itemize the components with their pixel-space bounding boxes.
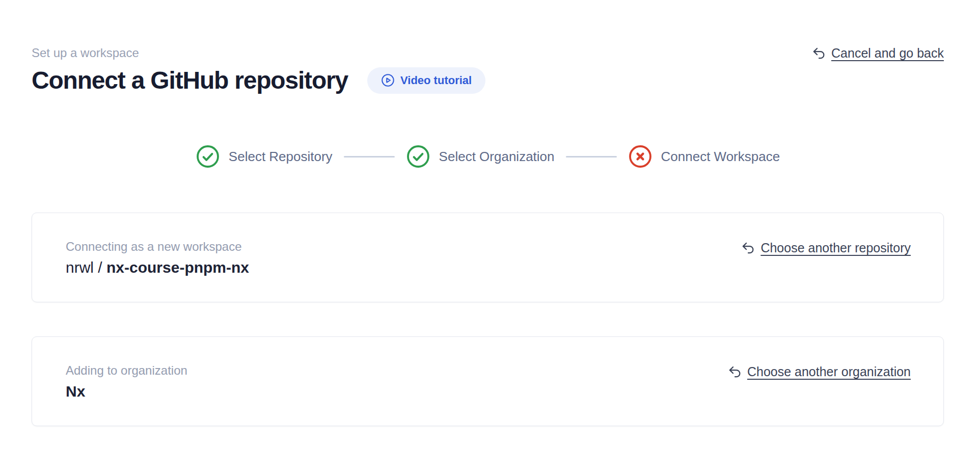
choose-another-repository-label: Choose another repository (760, 241, 911, 255)
choose-another-organization-link[interactable]: Choose another organization (728, 364, 911, 379)
repository-name: nrwl / nx-course-pnpm-nx (66, 259, 249, 276)
organization-card-info: Adding to organization Nx (66, 363, 187, 400)
stepper-connector (566, 156, 617, 158)
setup-page: Set up a workspace Connect a GitHub repo… (0, 0, 980, 426)
eyebrow-label: Set up a workspace (32, 46, 485, 60)
x-circle-icon (628, 144, 652, 169)
header-left: Set up a workspace Connect a GitHub repo… (32, 46, 485, 94)
repository-repo: nx-course-pnpm-nx (106, 259, 249, 276)
check-circle-icon (196, 144, 220, 169)
stepper-connector (344, 156, 395, 158)
page-title: Connect a GitHub repository (32, 66, 348, 94)
cancel-and-go-back-label: Cancel and go back (831, 46, 944, 61)
setup-header: Set up a workspace Connect a GitHub repo… (32, 0, 944, 94)
step-select-repository: Select Repository (196, 144, 333, 169)
repository-card: Connecting as a new workspace nrwl / nx-… (32, 213, 944, 302)
repository-card-info: Connecting as a new workspace nrwl / nx-… (66, 240, 249, 276)
cancel-and-go-back-link[interactable]: Cancel and go back (812, 46, 944, 61)
step-label: Connect Workspace (661, 149, 780, 165)
video-tutorial-button[interactable]: Video tutorial (367, 67, 485, 94)
step-label: Select Organization (439, 149, 555, 165)
undo-arrow-icon (812, 46, 826, 60)
play-circle-icon (381, 73, 395, 87)
organization-name: Nx (66, 383, 187, 400)
cancel-wrap: Cancel and go back (812, 46, 944, 62)
choose-another-organization-label: Choose another organization (747, 364, 911, 379)
step-connect-workspace: Connect Workspace (628, 144, 780, 169)
step-select-organization: Select Organization (406, 144, 555, 169)
undo-arrow-icon (741, 241, 755, 255)
organization-card-label: Adding to organization (66, 363, 187, 378)
stepper: Select Repository Select Organization Co… (32, 144, 944, 169)
check-circle-icon (406, 144, 430, 169)
step-label: Select Repository (229, 149, 333, 165)
video-tutorial-label: Video tutorial (400, 74, 472, 87)
title-row: Connect a GitHub repository Video tutori… (32, 66, 485, 94)
undo-arrow-icon (728, 365, 742, 379)
choose-another-repository-link[interactable]: Choose another repository (741, 241, 911, 255)
repository-card-label: Connecting as a new workspace (66, 240, 249, 254)
repository-owner: nrwl / (66, 259, 106, 276)
organization-card: Adding to organization Nx Choose another… (32, 336, 944, 426)
